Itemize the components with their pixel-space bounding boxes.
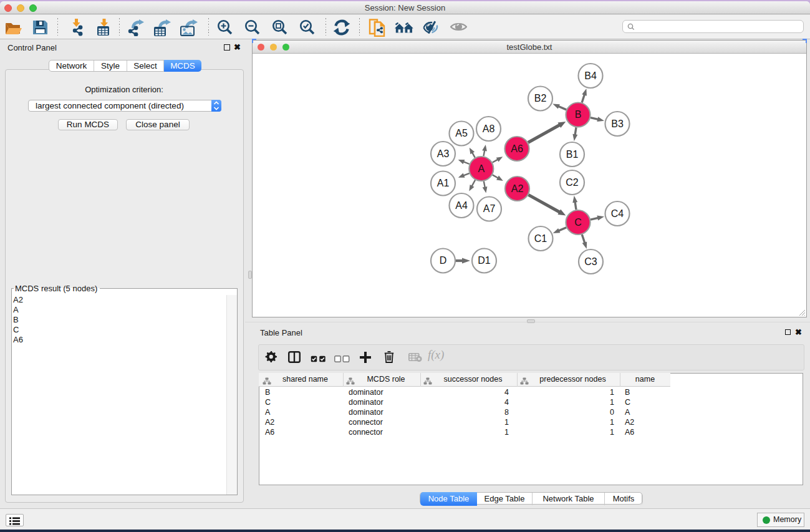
svg-text:B2: B2	[534, 93, 547, 104]
svg-text:B3: B3	[611, 118, 624, 129]
svg-text:A2: A2	[511, 183, 524, 194]
svg-text:C2: C2	[566, 177, 579, 188]
svg-text:A: A	[478, 163, 485, 174]
svg-text:A1: A1	[437, 178, 450, 188]
svg-text:D: D	[440, 255, 447, 266]
svg-text:C: C	[574, 217, 582, 228]
svg-text:A6: A6	[511, 143, 523, 154]
svg-text:C4: C4	[611, 208, 624, 219]
svg-text:D1: D1	[478, 255, 491, 266]
svg-text:B4: B4	[584, 70, 597, 81]
svg-text:B1: B1	[566, 149, 579, 160]
svg-text:C3: C3	[584, 256, 597, 267]
svg-text:A7: A7	[483, 203, 496, 214]
svg-text:A3: A3	[437, 148, 450, 159]
svg-text:A4: A4	[455, 200, 468, 211]
svg-text:A8: A8	[483, 123, 495, 134]
svg-text:C1: C1	[534, 233, 547, 244]
svg-text:A5: A5	[455, 128, 468, 138]
svg-text:B: B	[575, 109, 582, 120]
